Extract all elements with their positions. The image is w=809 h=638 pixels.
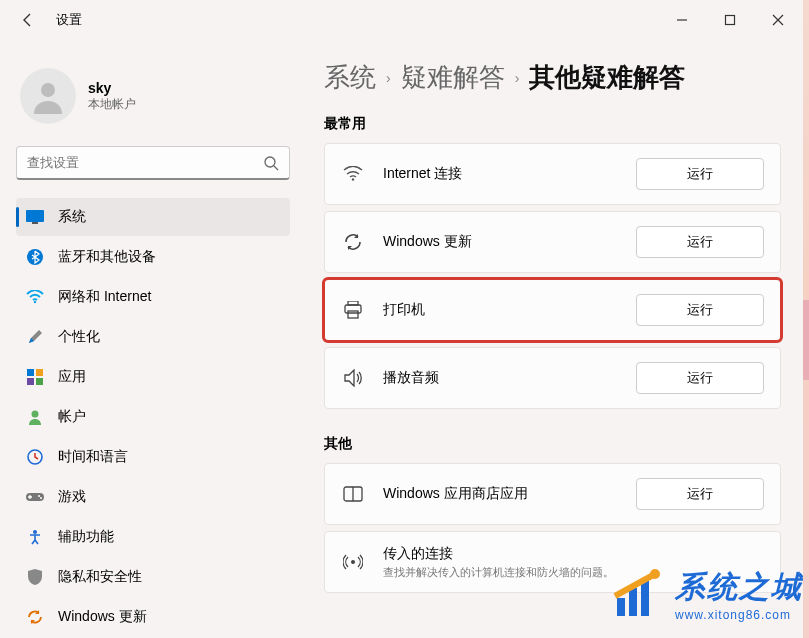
crumb-other: 其他疑难解答 <box>529 60 685 95</box>
gamepad-icon <box>26 488 44 506</box>
watermark-url: www.xitong86.com <box>675 608 803 622</box>
arrow-left-icon <box>20 12 36 28</box>
svg-rect-6 <box>32 222 38 224</box>
crumb-troubleshoot[interactable]: 疑难解答 <box>401 60 505 95</box>
nav-apps[interactable]: 应用 <box>16 358 290 396</box>
svg-rect-5 <box>26 210 44 222</box>
nav-time[interactable]: 时间和语言 <box>16 438 290 476</box>
nav-label: 系统 <box>58 208 86 226</box>
nav-accessibility[interactable]: 辅助功能 <box>16 518 290 556</box>
svg-point-18 <box>33 530 37 534</box>
window-icon <box>341 486 365 502</box>
svg-point-19 <box>352 178 354 180</box>
nav-privacy[interactable]: 隐私和安全性 <box>16 558 290 596</box>
minimize-button[interactable] <box>659 4 705 36</box>
svg-point-8 <box>34 301 36 303</box>
svg-point-3 <box>265 157 275 167</box>
crumb-system[interactable]: 系统 <box>324 60 376 95</box>
window-title: 设置 <box>56 11 82 29</box>
nav-accounts[interactable]: 帐户 <box>16 398 290 436</box>
svg-rect-11 <box>27 378 34 385</box>
person-icon <box>30 78 66 114</box>
ts-store: Windows 应用商店应用 运行 <box>324 463 781 525</box>
run-button-update[interactable]: 运行 <box>636 226 764 258</box>
bluetooth-icon <box>26 248 44 266</box>
main-panel: 系统 › 疑难解答 › 其他疑难解答 最常用 Internet 连接 运行 Wi… <box>300 40 809 638</box>
ts-label: Windows 更新 <box>383 233 636 251</box>
window-controls <box>659 4 801 36</box>
section-most-used: 最常用 <box>324 115 781 133</box>
nav-list: 系统 蓝牙和其他设备 网络和 Internet 个性化 应用 帐户 <box>16 198 290 636</box>
nav-label: 时间和语言 <box>58 448 128 466</box>
svg-rect-9 <box>27 369 34 376</box>
user-name: sky <box>88 80 136 96</box>
nav-network[interactable]: 网络和 Internet <box>16 278 290 316</box>
user-profile[interactable]: sky 本地帐户 <box>20 68 286 124</box>
search-icon <box>263 155 279 171</box>
svg-rect-10 <box>36 369 43 376</box>
watermark: 系统之城 www.xitong86.com <box>611 567 803 622</box>
chevron-right-icon: › <box>515 70 520 86</box>
close-icon <box>772 14 784 26</box>
ts-internet: Internet 连接 运行 <box>324 143 781 205</box>
ts-windows-update: Windows 更新 运行 <box>324 211 781 273</box>
maximize-icon <box>724 14 736 26</box>
run-button-audio[interactable]: 运行 <box>636 362 764 394</box>
ts-audio: 播放音频 运行 <box>324 347 781 409</box>
avatar <box>20 68 76 124</box>
chevron-right-icon: › <box>386 70 391 86</box>
sync-icon <box>26 608 44 626</box>
run-button-store[interactable]: 运行 <box>636 478 764 510</box>
svg-rect-12 <box>36 378 43 385</box>
search-input[interactable] <box>27 155 263 170</box>
ts-label: Windows 应用商店应用 <box>383 485 636 503</box>
nav-bluetooth[interactable]: 蓝牙和其他设备 <box>16 238 290 276</box>
svg-point-29 <box>650 569 660 579</box>
shield-icon <box>26 568 44 586</box>
search-box[interactable] <box>16 146 290 180</box>
printer-icon <box>341 301 365 319</box>
run-button-printer[interactable]: 运行 <box>636 294 764 326</box>
ts-label: 传入的连接 <box>383 545 764 563</box>
svg-rect-27 <box>629 588 637 616</box>
nav-label: 蓝牙和其他设备 <box>58 248 156 266</box>
nav-system[interactable]: 系统 <box>16 198 290 236</box>
nav-label: 辅助功能 <box>58 528 114 546</box>
sidebar: sky 本地帐户 系统 蓝牙和其他设备 网络和 Internet 个 <box>0 40 300 638</box>
speaker-icon <box>341 369 365 387</box>
apps-icon <box>26 368 44 386</box>
ts-printer: 打印机 运行 <box>324 279 781 341</box>
section-other: 其他 <box>324 435 781 453</box>
breadcrumb: 系统 › 疑难解答 › 其他疑难解答 <box>324 60 781 95</box>
titlebar: 设置 <box>0 0 809 40</box>
nav-label: 应用 <box>58 368 86 386</box>
clock-icon <box>26 448 44 466</box>
accessibility-icon <box>26 528 44 546</box>
maximize-button[interactable] <box>707 4 753 36</box>
svg-rect-26 <box>617 598 625 616</box>
display-icon <box>26 208 44 226</box>
brush-icon <box>26 328 44 346</box>
sync-icon <box>341 232 365 252</box>
back-button[interactable] <box>8 0 48 40</box>
ts-label: 播放音频 <box>383 369 636 387</box>
svg-point-13 <box>32 411 39 418</box>
nav-gaming[interactable]: 游戏 <box>16 478 290 516</box>
nav-label: Windows 更新 <box>58 608 147 626</box>
svg-point-2 <box>41 83 55 97</box>
watermark-logo-icon <box>611 568 665 622</box>
edge-decoration <box>803 300 809 380</box>
user-subtitle: 本地帐户 <box>88 96 136 113</box>
svg-rect-1 <box>726 16 735 25</box>
antenna-icon <box>341 552 365 572</box>
nav-label: 网络和 Internet <box>58 288 151 306</box>
nav-update[interactable]: Windows 更新 <box>16 598 290 636</box>
svg-point-25 <box>351 560 355 564</box>
svg-rect-22 <box>348 311 358 318</box>
svg-point-16 <box>38 495 40 497</box>
nav-personalize[interactable]: 个性化 <box>16 318 290 356</box>
minimize-icon <box>676 14 688 26</box>
run-button-internet[interactable]: 运行 <box>636 158 764 190</box>
wifi-icon <box>341 166 365 182</box>
close-button[interactable] <box>755 4 801 36</box>
